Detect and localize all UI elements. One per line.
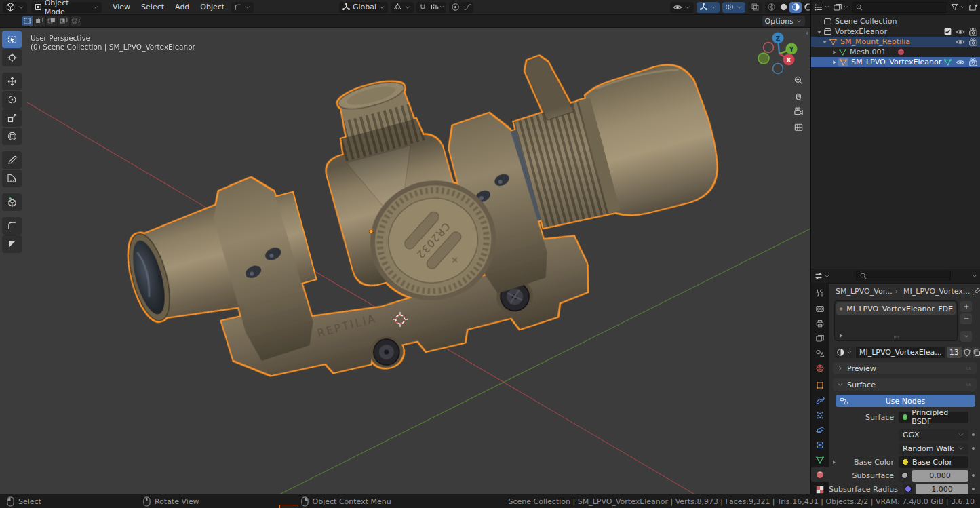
distribution-dropdown[interactable]: GGX — [899, 429, 968, 441]
transform-orientation-dropdown[interactable]: Global — [339, 2, 388, 13]
gizmo-neg-z-ball[interactable] — [773, 64, 783, 74]
outliner-filter-dropdown[interactable] — [950, 3, 966, 12]
breadcrumb-material[interactable]: MI_LPVO_Vortex... — [903, 287, 970, 296]
material-slot-list[interactable]: MI_LPVO_VortexEleanor_FDE — [834, 300, 958, 341]
transform-dropdown[interactable] — [231, 2, 254, 13]
tool-cursor[interactable] — [2, 49, 22, 66]
shading-solid-button[interactable] — [777, 2, 789, 13]
navigation-gizmo[interactable]: Z Y X — [756, 29, 802, 77]
gizmos-toggle-dropdown[interactable] — [697, 2, 720, 13]
camera-icon[interactable] — [968, 27, 978, 37]
pan-view-button[interactable] — [790, 88, 806, 103]
scope-model[interactable]: REPTILIA — [100, 28, 748, 426]
properties-search-input[interactable] — [856, 271, 951, 281]
checkbox-icon[interactable] — [943, 27, 952, 36]
outliner-editor-type-button[interactable] — [814, 3, 830, 12]
new-material-button[interactable] — [973, 347, 980, 358]
use-nodes-button[interactable]: Use Nodes — [836, 395, 975, 407]
tool-select-box[interactable] — [2, 31, 22, 48]
subsurface-slider[interactable]: 0.000 — [912, 470, 968, 482]
menu-object[interactable]: Object — [195, 2, 230, 13]
subsurface-radius-socket-button[interactable] — [903, 484, 914, 495]
camera-icon[interactable] — [968, 37, 978, 47]
material-slot-specials-button[interactable] — [960, 331, 972, 342]
outliner-row-sm-mount-reptilia[interactable]: SM_Mount_Reptilia — [811, 37, 980, 47]
tab-tool[interactable] — [811, 286, 829, 300]
eye-icon[interactable] — [956, 58, 965, 67]
outliner-row-sm-lpvo-vortexeleanor[interactable]: SM_LPVO_VortexEleanor — [811, 57, 980, 67]
snap-settings-dropdown[interactable] — [429, 2, 446, 13]
zoom-view-button[interactable] — [790, 73, 806, 87]
tab-render[interactable] — [811, 301, 829, 315]
select-mode-subtract-button[interactable] — [46, 16, 57, 26]
add-material-slot-button[interactable] — [960, 301, 972, 312]
tool-scale[interactable] — [2, 109, 22, 127]
tool-extra-2[interactable] — [2, 235, 22, 253]
mode-dropdown[interactable]: Object Mode — [31, 2, 102, 13]
slot-list-resize-grip[interactable] — [891, 334, 901, 340]
gizmo-neg-x-ball[interactable] — [764, 43, 774, 53]
sidebar-toggle-arrow[interactable]: ‹ — [806, 29, 808, 37]
tab-modifiers[interactable] — [811, 393, 829, 407]
eye-icon[interactable] — [956, 27, 965, 37]
tab-view-layer[interactable] — [811, 331, 829, 345]
menu-add[interactable]: Add — [170, 2, 195, 13]
remove-material-slot-button[interactable] — [960, 313, 972, 324]
tab-physics[interactable] — [811, 423, 829, 437]
fake-user-button[interactable] — [963, 347, 971, 358]
slot-list-expand[interactable] — [838, 332, 844, 339]
select-mode-new-button[interactable] — [22, 16, 33, 26]
menu-view[interactable]: View — [107, 2, 136, 13]
eye-icon[interactable] — [956, 37, 965, 47]
base-color-field[interactable]: Base Color — [899, 456, 968, 468]
disclosure-triangle[interactable] — [821, 39, 829, 45]
tool-transform[interactable] — [2, 128, 22, 145]
select-mode-intersect-button[interactable] — [71, 16, 81, 26]
tab-scene[interactable] — [811, 346, 829, 360]
shading-material-button[interactable] — [789, 2, 802, 13]
outliner-display-mode-dropdown[interactable] — [833, 3, 849, 12]
overlays-toggle-dropdown[interactable] — [722, 2, 745, 13]
base-color-expand[interactable] — [829, 459, 838, 465]
outliner-row-mesh-001[interactable]: Mesh.001 — [811, 47, 980, 57]
camera-view-button[interactable] — [790, 104, 806, 119]
perspective-toggle-button[interactable] — [790, 119, 806, 134]
new-collection-button[interactable] — [968, 3, 978, 12]
tab-world[interactable] — [811, 361, 829, 375]
tool-extra-1[interactable] — [2, 217, 22, 235]
subsurface-socket-button[interactable] — [899, 470, 910, 482]
material-slot-item[interactable]: MI_LPVO_VortexEleanor_FDE — [836, 302, 956, 315]
subsurface-radius-slider[interactable]: 1.000 — [916, 484, 968, 495]
show-object-types-dropdown[interactable] — [670, 2, 694, 13]
gizmo-neg-y-ball[interactable] — [758, 53, 769, 64]
users-count-badge[interactable]: 13 — [947, 347, 962, 358]
viewport-3d[interactable]: REPTILIA — [0, 28, 810, 494]
tool-measure[interactable] — [2, 170, 22, 187]
select-mode-extend-button[interactable] — [34, 16, 45, 26]
browse-material-dropdown[interactable] — [834, 347, 855, 358]
properties-options-dropdown[interactable] — [971, 273, 978, 279]
outliner-row-scene-collection[interactable]: Scene Collection — [811, 16, 980, 26]
surface-panel-header[interactable]: Surface — [833, 378, 977, 391]
disclosure-triangle[interactable] — [830, 49, 838, 56]
snap-toggle[interactable] — [416, 2, 429, 13]
tab-output[interactable] — [811, 316, 829, 330]
tool-add-cube[interactable] — [2, 193, 22, 211]
surface-shader-field[interactable]: Principled BSDF — [899, 412, 968, 423]
disclosure-triangle[interactable] — [815, 28, 823, 35]
select-mode-invert-button[interactable] — [58, 16, 69, 26]
proportional-edit-toggle[interactable] — [449, 2, 461, 13]
tab-object-data[interactable] — [811, 452, 829, 467]
tool-move[interactable] — [2, 73, 22, 90]
properties-editor-type-button[interactable] — [814, 271, 830, 281]
proportional-falloff-dropdown[interactable] — [461, 2, 473, 13]
outliner-search-input[interactable] — [852, 2, 947, 13]
pin-id-button[interactable] — [973, 287, 980, 296]
pivot-point-dropdown[interactable] — [391, 2, 414, 13]
preview-panel-header[interactable]: Preview — [833, 362, 977, 374]
menu-select[interactable]: Select — [136, 2, 170, 13]
tab-particles[interactable] — [811, 408, 829, 422]
subsurface-method-dropdown[interactable]: Random Walk — [899, 443, 968, 454]
tab-material[interactable] — [811, 467, 829, 482]
tool-rotate[interactable] — [2, 91, 22, 109]
